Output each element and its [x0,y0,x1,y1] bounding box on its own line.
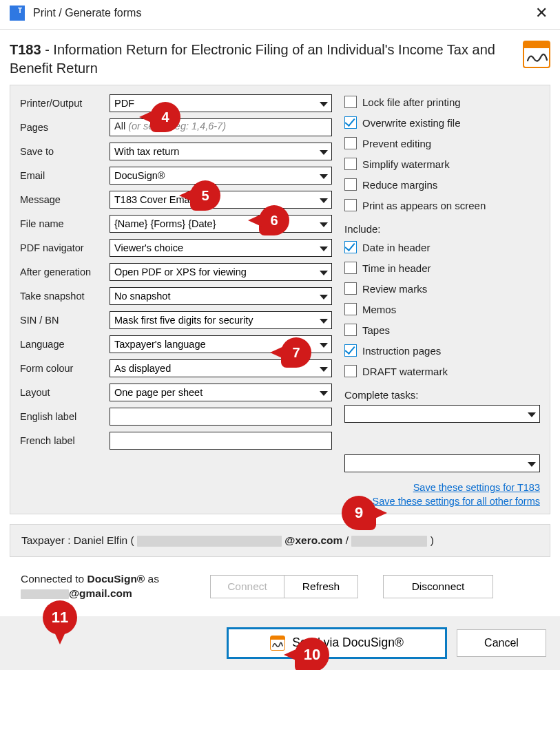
label-french-label: French label [20,435,110,446]
option-checkbox[interactable] [344,199,357,211]
taxpayer-prefix: Taxpayer : [21,534,74,546]
label-english-label: English label [20,411,110,422]
option-label: Reduce margins [362,179,437,191]
include-option-row: Date in header [344,239,540,255]
file-name-select[interactable]: {Name} {Forms} {Date} [110,215,332,233]
taxpayer-email-domain: @xero.com [284,534,342,546]
save-settings-links: Save these settings for T183 [20,482,540,493]
taxpayer-email-masked [137,536,282,547]
option-checkbox[interactable] [344,158,357,170]
window-title: Print / Generate forms [33,7,532,19]
signature-badge-icon [523,41,550,68]
include-option-label: Memos [362,304,396,315]
save-settings-all-forms-link[interactable]: Save these settings for all other forms [373,496,540,507]
include-option-checkbox[interactable] [344,365,357,377]
form-description: - Information Return for Electronic Fili… [10,42,495,76]
include-option-row: Instruction pages [344,342,540,359]
form-name: T183 - Information Return for Electronic… [10,41,523,78]
refresh-button[interactable]: Refresh [284,575,358,598]
label-pdf-navigator: PDF navigator [20,242,110,253]
language-select[interactable]: Taxpayer's language [110,335,332,353]
label-after-generation: After generation [20,266,110,277]
ds-brand: DocuSign® [87,573,145,585]
include-option-row: DRAFT watermark [344,363,540,379]
option-checkbox[interactable] [344,116,357,129]
include-option-row: Memos [344,301,540,317]
complete-task-1-select[interactable] [344,405,540,423]
include-option-checkbox[interactable] [344,282,357,295]
taxpayer-bar: Taxpayer : Daniel Elfin ( @xero.com / ) [10,524,550,557]
include-option-checkbox[interactable] [344,262,357,274]
french-label-input[interactable] [110,432,332,450]
label-save-to: Save to [20,146,110,157]
message-select[interactable]: T183 Cover Email [110,191,332,209]
save-to-select[interactable]: With tax return [110,143,332,160]
option-checkbox[interactable] [344,137,357,149]
label-sin-bn: SIN / BN [20,315,110,326]
send-via-docusign-button[interactable]: Send via DocuSign® [227,627,447,659]
after-generation-select[interactable]: Open PDF or XPS for viewing [110,263,332,281]
option-label: Prevent editing [362,138,431,149]
connect-button[interactable]: Connect [210,575,284,598]
email-select[interactable]: DocuSign® [110,167,332,185]
close-icon[interactable]: ✕ [532,4,550,22]
option-row: Print as appears on screen [344,197,540,213]
include-option-label: Tapes [362,324,390,336]
pdf-navigator-select[interactable]: Viewer's choice [110,239,332,257]
dialog-window: Print / Generate forms ✕ T183 - Informat… [0,0,560,670]
include-option-row: Review marks [344,280,540,297]
option-label: Overwrite existing file [362,117,461,129]
sin-bn-select[interactable]: Mask first five digits for security [110,311,332,329]
include-option-checkbox[interactable] [344,324,357,336]
include-option-checkbox[interactable] [344,303,357,315]
ds-user-masked [21,589,69,599]
settings-columns: Printer/Output PDF Pages All (or select,… [20,94,540,472]
form-header: T183 - Information Return for Electronic… [0,30,560,85]
label-include: Include: [344,223,540,235]
title-bar: Print / Generate forms ✕ [0,0,560,30]
save-settings-this-form-link[interactable]: Save these settings for T183 [413,482,540,493]
dialog-footer: Send via DocuSign® Cancel [0,616,560,670]
include-option-checkbox[interactable] [344,344,357,357]
pages-input[interactable] [110,118,332,136]
include-option-checkbox[interactable] [344,241,357,253]
label-language: Language [20,339,110,350]
printer-output-select[interactable]: PDF [110,94,332,112]
label-take-snapshot: Take snapshot [20,291,110,302]
ds-suffix: as [145,573,159,585]
include-option-label: Instruction pages [362,345,441,357]
option-label: Lock file after printing [362,96,461,108]
left-column: Printer/Output PDF Pages All (or select,… [20,94,332,472]
taxpayer-separator: / [346,534,352,546]
english-label-input[interactable] [110,408,332,426]
option-row: Overwrite existing file [344,114,540,131]
label-message: Message [20,194,110,205]
checkbox-group-top: Lock file after printingOverwrite existi… [344,94,540,213]
taxpayer-open-paren: ( [131,534,134,546]
label-email: Email [20,170,110,181]
taxpayer-alt-masked [351,536,427,547]
checkbox-group-include: Date in headerTime in headerReview marks… [344,239,540,379]
include-option-row: Tapes [344,322,540,338]
option-label: Print as appears on screen [362,200,486,211]
label-pages: Pages [20,122,110,133]
option-row: Simplify watermark [344,156,540,172]
include-option-label: Review marks [362,283,427,295]
disconnect-button[interactable]: Disconnect [383,575,493,598]
label-layout: Layout [20,387,110,398]
option-checkbox[interactable] [344,96,357,108]
layout-select[interactable]: One page per sheet [110,384,332,401]
ds-prefix: Connected to [21,573,87,585]
docusign-row: Connected to DocuSign® as @gmail.com Con… [10,567,550,607]
label-complete-tasks: Complete tasks: [344,389,540,401]
take-snapshot-select[interactable]: No snapshot [110,287,332,305]
taxpayer-close-paren: ) [431,534,434,546]
taxpayer-name: Daniel Elfin [74,534,127,546]
option-row: Reduce margins [344,176,540,193]
form-colour-select[interactable]: As displayed [110,359,332,377]
cancel-button[interactable]: Cancel [457,629,546,657]
right-column: Lock file after printingOverwrite existi… [344,94,540,472]
complete-task-2-select[interactable] [344,454,540,472]
option-checkbox[interactable] [344,178,357,191]
send-button-label: Send via DocuSign® [292,636,404,650]
